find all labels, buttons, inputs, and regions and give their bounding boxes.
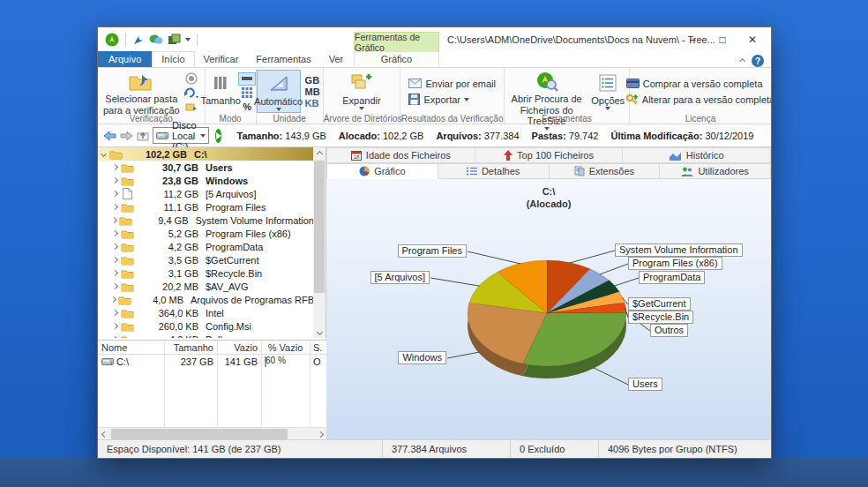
tree-row[interactable]: 4,0 KB Dell xyxy=(98,333,314,338)
tree-row[interactable]: 3,1 GB $Recycle.Bin xyxy=(98,266,314,280)
unit-mb-button[interactable]: MB xyxy=(305,86,320,97)
tree-row[interactable]: 5,2 GB Program Files (x86) xyxy=(98,227,314,240)
buy-full-version-button[interactable]: Comprar a versão completa xyxy=(623,76,772,92)
unit-auto-button[interactable]: Automático xyxy=(257,70,301,113)
tree-row[interactable]: 23,8 GB Windows xyxy=(98,174,314,187)
collapse-ribbon-icon[interactable] xyxy=(739,57,745,64)
scroll-thumb[interactable] xyxy=(314,161,325,293)
chevron-right-icon[interactable] xyxy=(111,244,117,250)
chevron-right-icon[interactable] xyxy=(111,191,117,197)
chevron-right-icon[interactable] xyxy=(111,257,117,263)
forward-icon[interactable] xyxy=(120,128,133,143)
tree-row[interactable]: 260,0 KB Config.Msi xyxy=(98,319,314,333)
bar-view-toggle[interactable] xyxy=(238,72,256,86)
pie-label[interactable]: $GetCurrent xyxy=(628,297,691,311)
tab-top-100-ficheiros[interactable]: Top 100 Ficheiros xyxy=(475,147,624,163)
tree-row[interactable]: 4,2 GB ProgramData xyxy=(98,240,314,253)
maximize-button[interactable]: □ xyxy=(707,27,737,52)
pie-label[interactable]: Program Files (x86) xyxy=(628,257,722,270)
chevron-right-icon[interactable] xyxy=(111,204,117,210)
tree-row[interactable]: 9,4 GB System Volume Information xyxy=(98,214,314,227)
expand-button[interactable]: Expandir xyxy=(335,70,388,113)
chevron-right-icon[interactable] xyxy=(111,310,117,316)
scroll-down-icon[interactable] xyxy=(313,326,326,338)
pie-label[interactable]: $Recycle.Bin xyxy=(628,311,693,324)
tree-row[interactable]: 364,0 KB Intel xyxy=(98,306,314,319)
tab-historico[interactable]: Histórico xyxy=(623,147,771,163)
tab-grafico[interactable]: Gráfico xyxy=(354,51,439,67)
tree-row[interactable]: 3,5 GB $GetCurrent xyxy=(98,253,314,266)
col-tamanho[interactable]: Tamanho xyxy=(164,342,217,353)
chevron-right-icon[interactable] xyxy=(111,283,117,289)
scroll-left-icon[interactable] xyxy=(98,428,110,440)
back-icon[interactable] xyxy=(103,128,116,143)
tab-ferramentas[interactable]: Ferramentas xyxy=(247,51,319,67)
chevron-right-icon[interactable] xyxy=(111,336,117,338)
pie-label[interactable]: Windows xyxy=(398,351,446,364)
tree-vertical-scrollbar[interactable] xyxy=(313,147,326,338)
pie-label[interactable]: System Volume Information xyxy=(615,244,743,257)
qat-dropdown-caret-icon[interactable] xyxy=(185,38,191,41)
feedback-icon[interactable] xyxy=(149,34,163,46)
parent-folder-icon[interactable] xyxy=(137,128,149,143)
chevron-down-icon[interactable] xyxy=(100,151,106,157)
tab-idade-dos-ficheiros[interactable]: 18 Idade dos Ficheiros xyxy=(326,147,475,163)
refresh-icon[interactable] xyxy=(183,86,200,100)
chevron-right-icon[interactable] xyxy=(111,230,117,236)
scroll-thumb[interactable] xyxy=(111,429,288,439)
tab-grafico-view[interactable]: Gráfico xyxy=(326,163,438,179)
pie-chart[interactable] xyxy=(326,179,771,439)
pie-label[interactable]: Program Files xyxy=(398,244,467,258)
tree-row[interactable]: 102,2 GB C:\ xyxy=(98,147,314,161)
volume-row[interactable]: C:\ 237 GB 141 GB 60 % O xyxy=(98,355,326,369)
chevron-right-icon[interactable] xyxy=(111,323,117,329)
stop-scan-icon[interactable] xyxy=(183,72,200,86)
svg-text:18: 18 xyxy=(353,154,359,160)
export-layers-icon[interactable] xyxy=(168,34,181,46)
pie-label[interactable]: Users xyxy=(628,378,662,391)
tree-row[interactable]: 4,0 MB Arquivos de Programas RFB xyxy=(98,293,314,306)
pin-report-icon[interactable] xyxy=(132,34,145,46)
pie-label[interactable]: ProgramData xyxy=(639,271,705,284)
chevron-right-icon[interactable] xyxy=(111,164,117,170)
col-vazio[interactable]: Vazio xyxy=(217,342,261,353)
tab-extensoes[interactable]: Extensões xyxy=(550,163,661,179)
file-search-button[interactable]: Abrir Procura de Ficheiros do TreeSize xyxy=(506,70,587,113)
scroll-right-icon[interactable] xyxy=(314,428,326,440)
select-folder-button[interactable]: Selecionar pasta para a verificação xyxy=(101,70,181,113)
tab-verificar[interactable]: Verificar xyxy=(195,51,248,67)
start-scan-button[interactable] xyxy=(215,129,221,143)
chevron-right-icon[interactable] xyxy=(111,217,117,223)
tab-arquivo[interactable]: Arquivo xyxy=(98,51,152,67)
tree-row[interactable]: 11,2 GB [5 Arquivos] xyxy=(98,187,314,200)
pie-label[interactable]: [5 Arquivos] xyxy=(370,271,430,284)
close-button[interactable]: ✕ xyxy=(737,27,767,52)
export-button[interactable]: Exportar xyxy=(405,92,498,108)
unit-kb-button[interactable]: KB xyxy=(305,98,320,109)
tree-row[interactable]: 11,1 GB Program Files xyxy=(98,200,314,214)
tab-utilizadores[interactable]: Utilizadores xyxy=(660,163,771,179)
help-icon[interactable]: ? xyxy=(752,55,764,67)
col-s[interactable]: S. xyxy=(310,342,326,353)
chevron-right-icon[interactable] xyxy=(110,296,116,303)
tree-horizontal-scrollbar[interactable] xyxy=(98,427,326,439)
chevron-right-icon[interactable] xyxy=(111,177,117,184)
send-email-button[interactable]: Enviar por email xyxy=(405,76,498,92)
upgrade-version-button[interactable]: Alterar para a versão completa xyxy=(623,92,772,108)
switch-folder-icon[interactable] xyxy=(183,100,200,113)
tab-inicio[interactable]: Início xyxy=(152,51,194,67)
chevron-right-icon[interactable] xyxy=(111,270,117,276)
size-mode-button[interactable]: Tamanho xyxy=(205,70,236,113)
pie-label[interactable]: Outros xyxy=(650,324,688,337)
tab-ver[interactable]: Ver xyxy=(320,51,353,67)
minimize-button[interactable]: – xyxy=(677,27,707,52)
unit-gb-button[interactable]: GB xyxy=(305,75,320,86)
scroll-up-icon[interactable] xyxy=(313,147,326,160)
col-pct-vazio[interactable]: % Vazio xyxy=(261,342,310,353)
drive-select-combo[interactable]: Disco Local (C:) xyxy=(153,127,209,144)
tree-row[interactable]: 20,2 MB $AV_AVG xyxy=(98,280,314,293)
options-button[interactable]: Opções xyxy=(588,70,627,113)
tab-detalhes[interactable]: Detalhes xyxy=(438,163,550,179)
col-nome[interactable]: Nome xyxy=(98,342,164,353)
tree-row[interactable]: 30,7 GB Users xyxy=(98,161,314,174)
